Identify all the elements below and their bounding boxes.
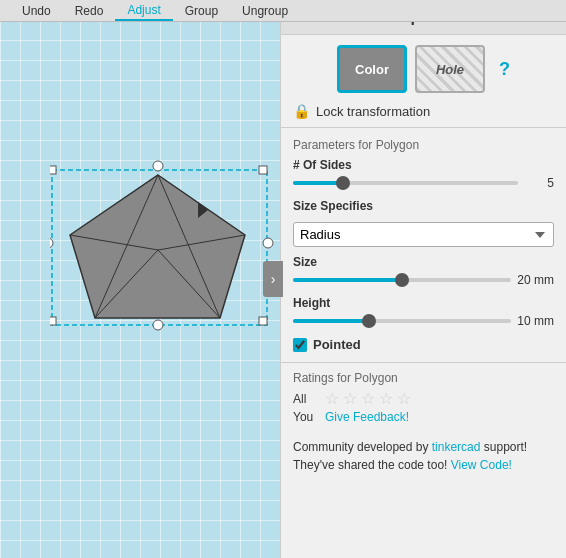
svg-point-6 (153, 320, 163, 330)
svg-rect-1 (50, 166, 56, 174)
pointed-checkbox[interactable] (293, 338, 307, 352)
params-section-label: Parameters for Polygon (281, 134, 566, 154)
lock-row[interactable]: 🔒 Lock transformation (281, 99, 566, 127)
star-1[interactable]: ☆ (325, 389, 339, 408)
community-text-1: Community developed by (293, 440, 432, 454)
community-text-3: They've shared the code too! (293, 458, 451, 472)
lock-label: Lock transformation (316, 104, 430, 119)
pointed-row[interactable]: Pointed (281, 333, 566, 356)
svg-rect-4 (259, 317, 267, 325)
community-text-2: support! (480, 440, 527, 454)
num-sides-thumb[interactable] (336, 176, 350, 190)
star-4[interactable]: ☆ (379, 389, 393, 408)
pointed-label: Pointed (313, 337, 361, 352)
size-specifies-select-row: Radius Diameter (281, 220, 566, 251)
num-sides-row: # Of Sides 5 (281, 154, 566, 195)
polygon-shape[interactable] (50, 160, 280, 363)
tinkercad-link[interactable]: tinkercad (432, 440, 481, 454)
svg-rect-3 (50, 317, 56, 325)
svg-point-7 (50, 238, 53, 248)
num-sides-label: # Of Sides (293, 158, 554, 172)
svg-point-5 (153, 161, 163, 171)
type-buttons-row: Color Hole ? (281, 35, 566, 99)
star-2[interactable]: ☆ (343, 389, 357, 408)
ratings-label: Ratings for Polygon (293, 371, 554, 385)
community-section: Community developed by tinkercad support… (281, 430, 566, 482)
you-rating-row: You Give Feedback! (293, 410, 554, 424)
lock-icon: 🔒 (293, 103, 310, 119)
hole-button[interactable]: Hole (415, 45, 485, 93)
help-icon[interactable]: ? (499, 59, 510, 80)
size-row: Size 20 mm (281, 251, 566, 292)
star-5[interactable]: ☆ (397, 389, 411, 408)
height-row: Height 10 mm (281, 292, 566, 333)
undo-button[interactable]: Undo (10, 2, 63, 20)
size-slider[interactable] (293, 272, 511, 288)
size-value: 20 mm (517, 273, 554, 287)
num-sides-slider-row: 5 (293, 175, 554, 191)
divider-1 (281, 127, 566, 128)
size-thumb[interactable] (395, 273, 409, 287)
size-specifies-row: Size Specifies (281, 195, 566, 220)
size-label: Size (293, 255, 554, 269)
height-slider[interactable] (293, 313, 511, 329)
inspector-arrow[interactable]: › (263, 261, 283, 297)
height-slider-row: 10 mm (293, 313, 554, 329)
size-fill (293, 278, 402, 282)
height-value: 10 mm (517, 314, 554, 328)
size-specifies-label: Size Specifies (293, 199, 554, 213)
redo-button[interactable]: Redo (63, 2, 116, 20)
view-code-link[interactable]: View Code! (451, 458, 512, 472)
size-slider-row: 20 mm (293, 272, 554, 288)
adjust-button[interactable]: Adjust (115, 1, 172, 21)
feedback-link[interactable]: Give Feedback! (325, 410, 409, 424)
ungroup-button[interactable]: Ungroup (230, 2, 300, 20)
height-thumb[interactable] (362, 314, 376, 328)
star-3[interactable]: ☆ (361, 389, 375, 408)
you-label: You (293, 410, 321, 424)
inspector-panel: Inspector Color Hole ? 🔒 Lock transforma… (280, 0, 566, 558)
ratings-section: Ratings for Polygon All ☆ ☆ ☆ ☆ ☆ You Gi… (281, 362, 566, 430)
num-sides-value: 5 (524, 176, 554, 190)
canvas (0, 0, 280, 558)
svg-marker-9 (70, 175, 245, 318)
group-button[interactable]: Group (173, 2, 230, 20)
num-sides-slider[interactable] (293, 175, 518, 191)
size-specifies-select[interactable]: Radius Diameter (293, 222, 554, 247)
all-rating-row: All ☆ ☆ ☆ ☆ ☆ (293, 389, 554, 408)
height-label: Height (293, 296, 554, 310)
color-button[interactable]: Color (337, 45, 407, 93)
all-label: All (293, 392, 321, 406)
svg-rect-2 (259, 166, 267, 174)
svg-point-8 (263, 238, 273, 248)
height-fill (293, 319, 369, 323)
toolbar: Undo Redo Adjust Group Ungroup (0, 0, 566, 22)
